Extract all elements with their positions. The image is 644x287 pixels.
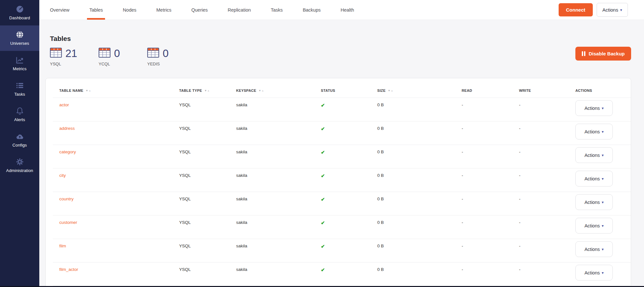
connect-button[interactable]: Connect <box>559 3 593 16</box>
tab-nodes[interactable]: Nodes <box>120 0 139 20</box>
sidebar-item-label: Alerts <box>14 117 25 122</box>
sidebar: DashboardUniversesMetricsTasksAlertsConf… <box>0 0 39 287</box>
tab-backups[interactable]: Backups <box>301 0 323 20</box>
line-chart-icon <box>15 56 24 64</box>
tab-replication[interactable]: Replication <box>226 0 253 20</box>
cell-keyspace: sakila <box>236 263 321 286</box>
cell-read: - <box>462 192 519 215</box>
tab-metrics[interactable]: Metrics <box>154 0 174 20</box>
chevron-down-icon: ▾ <box>602 224 604 228</box>
cell-write: - <box>519 192 575 215</box>
sort-icon[interactable]: ▼▲ <box>204 89 210 92</box>
row-actions-dropdown[interactable]: Actions▾ <box>575 124 613 139</box>
gear-icon <box>15 158 24 166</box>
column-header-table-type[interactable]: TABLE TYPE▼▲ <box>179 78 236 98</box>
table-name-link[interactable]: film_actor <box>59 267 78 272</box>
table-row-city: cityYSQLsakila✔0 B--Actions▾ <box>53 168 631 192</box>
chevron-down-icon: ▾ <box>602 247 604 251</box>
universe-actions-dropdown[interactable]: Actions ▾ <box>597 3 628 17</box>
list-icon <box>15 81 24 90</box>
cell-actions: Actions▾ <box>575 192 631 215</box>
table-name-link[interactable]: category <box>59 149 76 154</box>
row-actions-dropdown[interactable]: Actions▾ <box>575 241 613 257</box>
cell-actions: Actions▾ <box>575 98 631 121</box>
row-actions-dropdown[interactable]: Actions▾ <box>575 265 613 281</box>
table-header-row: TABLE NAME▼▲TABLE TYPE▼▲KEYSPACE▼▲STATUS… <box>53 78 631 98</box>
row-actions-label: Actions <box>584 223 600 228</box>
sidebar-item-configs[interactable]: Configs <box>0 127 39 153</box>
table-name-link[interactable]: customer <box>59 220 77 225</box>
cell-write: - <box>519 239 575 263</box>
sidebar-item-universes[interactable]: Universes <box>0 25 39 51</box>
status-check-icon: ✔ <box>321 220 325 225</box>
table-row-category: categoryYSQLsakila✔0 B--Actions▾ <box>53 145 631 168</box>
cell-table-type: YSQL <box>179 263 236 286</box>
page-title: Tables <box>50 35 631 43</box>
row-actions-dropdown[interactable]: Actions▾ <box>575 218 613 234</box>
row-actions-dropdown[interactable]: Actions▾ <box>575 171 613 187</box>
cell-size: 0 B <box>377 121 462 145</box>
cell-actions: Actions▾ <box>575 263 631 286</box>
sidebar-item-label: Metrics <box>13 66 27 71</box>
table-name-link[interactable]: address <box>59 126 75 131</box>
table-name-link[interactable]: city <box>59 173 66 178</box>
column-label: TABLE TYPE <box>179 89 202 92</box>
cell-table-name: customer <box>53 215 179 239</box>
sidebar-item-metrics[interactable]: Metrics <box>0 51 39 76</box>
table-name-link[interactable]: film <box>59 244 66 248</box>
row-actions-dropdown[interactable]: Actions▾ <box>575 194 613 210</box>
column-header-size[interactable]: SIZE▼▲ <box>377 78 462 98</box>
row-actions-dropdown[interactable]: Actions▾ <box>575 147 613 163</box>
stat-yedis: 0YEDIS <box>147 48 175 66</box>
column-label: READ <box>462 89 472 92</box>
sidebar-item-tasks[interactable]: Tasks <box>0 76 39 102</box>
table-row-customer: customerYSQLsakila✔0 B--Actions▾ <box>53 215 631 239</box>
table-name-link[interactable]: actor <box>59 102 69 107</box>
row-actions-label: Actions <box>584 176 600 181</box>
table-row-film: filmYSQLsakila✔0 B--Actions▾ <box>53 239 631 263</box>
sidebar-item-dashboard[interactable]: Dashboard <box>0 0 39 25</box>
sidebar-item-alerts[interactable]: Alerts <box>0 102 39 127</box>
status-check-icon: ✔ <box>321 173 325 178</box>
cell-status: ✔ <box>321 145 377 168</box>
cell-read: - <box>462 215 519 239</box>
sidebar-item-administration[interactable]: Administration <box>0 153 39 178</box>
tab-queries[interactable]: Queries <box>189 0 210 20</box>
stat-label: YSQL <box>50 62 77 66</box>
tab-tables[interactable]: Tables <box>87 0 105 20</box>
status-check-icon: ✔ <box>321 267 325 273</box>
stat-label: YEDIS <box>147 62 175 66</box>
pause-icon <box>582 51 585 56</box>
status-check-icon: ✔ <box>321 126 325 131</box>
cell-size: 0 B <box>377 98 462 121</box>
cell-read: - <box>462 145 519 168</box>
bell-icon <box>15 107 24 115</box>
tab-health[interactable]: Health <box>338 0 356 20</box>
disable-backup-button[interactable]: Disable Backup <box>575 47 631 61</box>
sidebar-item-label: Tasks <box>14 92 25 97</box>
actions-dropdown-label: Actions <box>602 7 618 13</box>
table-row-film-actor: film_actorYSQLsakila✔0 B--Actions▾ <box>53 263 631 286</box>
gauge-icon <box>15 5 24 14</box>
table-name-link[interactable]: country <box>59 196 73 201</box>
cell-table-name: country <box>53 192 179 215</box>
cell-table-name: film_actor <box>53 263 179 286</box>
column-label: ACTIONS <box>575 89 592 92</box>
tab-tasks[interactable]: Tasks <box>269 0 285 20</box>
column-header-keyspace[interactable]: KEYSPACE▼▲ <box>236 78 321 98</box>
cell-keyspace: sakila <box>236 145 321 168</box>
sort-icon[interactable]: ▼▲ <box>388 89 394 92</box>
chevron-down-icon: ▾ <box>602 130 604 134</box>
cell-actions: Actions▾ <box>575 145 631 168</box>
cell-keyspace: sakila <box>236 121 321 145</box>
row-actions-dropdown[interactable]: Actions▾ <box>575 100 613 116</box>
sort-icon[interactable]: ▼▲ <box>86 89 91 92</box>
cell-actions: Actions▾ <box>575 168 631 192</box>
cell-write: - <box>519 168 575 192</box>
cell-actions: Actions▾ <box>575 239 631 263</box>
table-icon <box>147 48 159 59</box>
column-header-table-name[interactable]: TABLE NAME▼▲ <box>53 78 179 98</box>
sort-icon[interactable]: ▼▲ <box>259 89 264 92</box>
cell-write: - <box>519 263 575 286</box>
tab-overview[interactable]: Overview <box>48 0 72 20</box>
